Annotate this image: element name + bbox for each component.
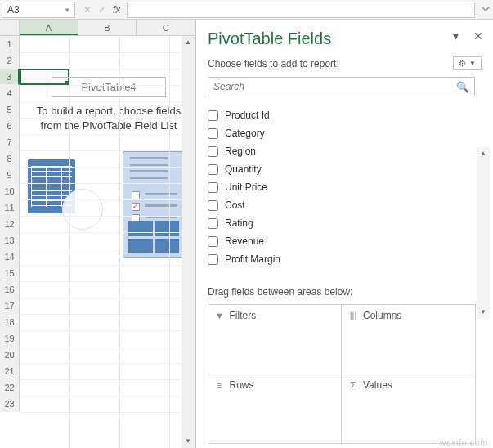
rows-area[interactable]: ≡Rows xyxy=(208,374,343,444)
column-header-c[interactable]: C xyxy=(137,20,195,35)
row-header[interactable]: 19 xyxy=(0,330,20,347)
scroll-down-icon[interactable]: ▼ xyxy=(182,435,195,448)
field-checkbox[interactable] xyxy=(208,146,218,157)
name-box-value: A3 xyxy=(7,4,20,16)
row-header[interactable]: 2 xyxy=(0,52,20,69)
row-header[interactable]: 18 xyxy=(0,314,20,330)
field-item[interactable]: Unit Price xyxy=(208,178,475,196)
row-header[interactable]: 1 xyxy=(0,36,20,52)
column-headers: A B C xyxy=(0,20,195,36)
fx-icon[interactable]: fx xyxy=(113,4,120,16)
field-checkbox[interactable] xyxy=(208,254,218,265)
row-header[interactable]: 8 xyxy=(0,150,20,167)
illustration-magnify-icon xyxy=(62,189,103,230)
field-item[interactable]: Quantity xyxy=(208,160,475,178)
row-header[interactable]: 23 xyxy=(0,396,20,412)
rows-label: Rows xyxy=(230,379,254,391)
field-label: Region xyxy=(225,146,256,157)
grid-body[interactable]: PivotTable4 To build a report, choose fi… xyxy=(0,36,195,448)
row-header[interactable]: 11 xyxy=(0,199,20,216)
row-header[interactable]: 20 xyxy=(0,347,20,363)
worksheet[interactable]: A B C PivotTable4 To build a report, cho… xyxy=(0,20,196,448)
fields-list: Product IdCategoryRegionQuantityUnit Pri… xyxy=(208,106,490,268)
row-header[interactable]: 7 xyxy=(0,134,20,150)
field-search-box[interactable]: 🔍 xyxy=(208,77,475,96)
pivot-placeholder-text: To build a report, choose fields from th… xyxy=(28,104,190,143)
field-item[interactable]: Revenue xyxy=(208,232,475,250)
select-all-button[interactable] xyxy=(0,20,20,35)
formula-buttons: ✕ ✓ fx xyxy=(77,4,127,16)
pane-options-button[interactable]: ⚙ ▼ xyxy=(453,56,482,70)
row-header[interactable]: 4 xyxy=(0,85,20,101)
confirm-icon: ✓ xyxy=(98,4,106,16)
field-checkbox[interactable] xyxy=(208,236,218,247)
row-header[interactable]: 12 xyxy=(0,216,20,232)
scroll-up-icon[interactable]: ▲ xyxy=(477,147,490,160)
row-header[interactable]: 5 xyxy=(0,101,20,118)
field-checkbox[interactable] xyxy=(208,164,218,175)
columns-area[interactable]: |||Columns xyxy=(341,304,476,374)
scroll-track[interactable] xyxy=(477,160,490,306)
field-label: Profit Margin xyxy=(225,253,280,265)
field-checkbox[interactable] xyxy=(208,218,218,229)
pivottable-fields-pane: PivotTable Fields ▾ ✕ Choose fields to a… xyxy=(196,20,493,448)
values-label: Values xyxy=(363,379,392,391)
field-checkbox[interactable] xyxy=(208,110,218,121)
formula-expand-icon[interactable] xyxy=(478,4,493,16)
field-item[interactable]: Cost xyxy=(208,196,475,214)
filter-icon: ▼ xyxy=(215,311,225,320)
sheet-scrollbar[interactable]: ▲ ▼ xyxy=(182,36,195,448)
pane-menu-icon[interactable]: ▾ xyxy=(453,29,459,43)
chevron-down-icon[interactable]: ▾ xyxy=(65,6,69,14)
chevron-down-icon: ▼ xyxy=(469,60,476,67)
search-icon[interactable]: 🔍 xyxy=(456,81,469,93)
field-item[interactable]: Profit Margin xyxy=(208,250,475,268)
field-item[interactable]: Category xyxy=(208,124,475,142)
field-label: Quantity xyxy=(225,164,262,175)
gear-icon: ⚙ xyxy=(459,59,466,68)
drag-instructions: Drag fields between areas below: xyxy=(208,286,490,298)
column-header-b[interactable]: B xyxy=(78,20,137,35)
filters-area[interactable]: ▼Filters xyxy=(208,304,343,374)
field-label: Cost xyxy=(225,199,245,211)
columns-icon: ||| xyxy=(348,311,358,320)
column-header-a[interactable]: A xyxy=(20,20,78,35)
field-item[interactable]: Region xyxy=(208,142,475,160)
field-checkbox[interactable] xyxy=(208,182,218,193)
areas-grid: ▼Filters |||Columns ≡Rows ΣValues xyxy=(208,304,490,443)
row-header[interactable]: 3 xyxy=(0,69,20,85)
row-header[interactable]: 15 xyxy=(0,265,20,281)
field-label: Category xyxy=(225,128,265,139)
row-header[interactable]: 14 xyxy=(0,249,20,265)
row-header[interactable]: 9 xyxy=(0,167,20,183)
formula-input[interactable] xyxy=(127,2,475,18)
row-header[interactable]: 10 xyxy=(0,183,20,199)
row-header[interactable]: 16 xyxy=(0,281,20,298)
field-item[interactable]: Product Id xyxy=(208,106,475,124)
row-header[interactable]: 6 xyxy=(0,118,20,134)
field-checkbox[interactable] xyxy=(208,200,218,211)
field-label: Unit Price xyxy=(225,181,267,193)
pane-subtitle: Choose fields to add to report: xyxy=(208,58,339,69)
fields-scrollbar[interactable]: ▲ ▼ xyxy=(477,147,490,319)
search-input[interactable] xyxy=(213,81,456,92)
row-header[interactable]: 22 xyxy=(0,379,20,396)
scroll-up-icon[interactable]: ▲ xyxy=(182,36,195,49)
values-area[interactable]: ΣValues xyxy=(341,374,476,444)
columns-label: Columns xyxy=(363,310,401,321)
close-icon[interactable]: ✕ xyxy=(473,29,483,43)
field-checkbox[interactable] xyxy=(208,128,218,139)
formula-bar: A3 ▾ ✕ ✓ fx xyxy=(0,0,493,20)
scroll-track[interactable] xyxy=(182,49,195,435)
row-header[interactable]: 13 xyxy=(0,232,20,249)
watermark: wsxdn.com xyxy=(439,437,488,447)
field-item[interactable]: Rating xyxy=(208,214,475,232)
field-label: Rating xyxy=(225,217,253,229)
field-label: Revenue xyxy=(225,235,264,247)
row-header[interactable]: 17 xyxy=(0,298,20,314)
row-header[interactable]: 21 xyxy=(0,363,20,379)
pane-title: PivotTable Fields xyxy=(208,29,331,48)
scroll-down-icon[interactable]: ▼ xyxy=(477,306,490,319)
cancel-icon: ✕ xyxy=(83,4,92,16)
name-box[interactable]: A3 ▾ xyxy=(2,2,75,18)
